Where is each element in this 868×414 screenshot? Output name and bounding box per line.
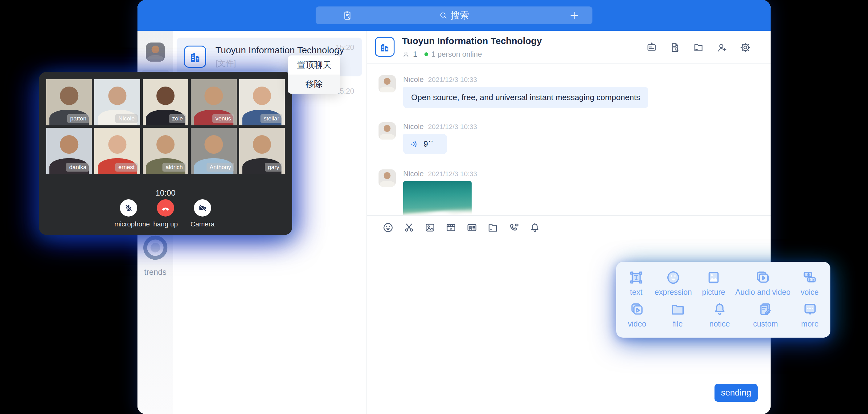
contact-card-icon[interactable] (466, 222, 478, 233)
panel-item-audio-video[interactable]: Audio and video (735, 269, 790, 297)
more-bubble-icon (802, 301, 818, 318)
expression-icon (665, 269, 682, 286)
hang-up-icon (161, 203, 170, 213)
panel-item-expression[interactable]: expression (655, 269, 692, 297)
video-play-icon (629, 301, 646, 318)
announcement-icon[interactable] (646, 42, 657, 53)
chat-group-avatar (375, 37, 395, 57)
chat-title: Tuoyun Information Technology (402, 36, 542, 46)
message-list: Nicole 2021/12/3 10:33 Open source, free… (367, 64, 771, 215)
participant-tile: gary (239, 128, 285, 174)
conversation-time: 15:20 (336, 43, 354, 52)
conversation-title: Tuoyun Information Technology (215, 45, 344, 56)
voice-message-bubble[interactable]: 9`` (403, 134, 447, 154)
search-icon (439, 11, 447, 20)
notification-icon[interactable] (529, 222, 541, 233)
panel-label: picture (702, 288, 725, 297)
trends-icon (137, 230, 173, 265)
search-bar[interactable]: 搜索 (316, 6, 592, 24)
notice-bell-icon (711, 301, 728, 318)
participant-name: stellar (260, 114, 282, 123)
panel-label: file (673, 319, 683, 328)
panel-item-notice[interactable]: notice (709, 301, 730, 328)
panel-item-more[interactable]: more (801, 301, 819, 328)
video-call-icon[interactable] (508, 222, 520, 233)
voice-icon (801, 269, 818, 286)
message-row: Nicole 2021/12/3 10:33 9`` (378, 122, 771, 154)
send-button[interactable]: sending (714, 384, 758, 402)
audio-video-icon (754, 269, 771, 286)
sender-name: Nicole (403, 75, 424, 84)
sender-avatar[interactable] (378, 122, 396, 139)
participant-tile: stellar (239, 79, 285, 125)
hang-up-button[interactable] (157, 199, 174, 217)
image-message-beach[interactable] (403, 181, 472, 215)
panel-item-text[interactable]: text (628, 269, 645, 297)
panel-label: Audio and video (735, 288, 790, 297)
building-icon (188, 50, 202, 64)
panel-item-file[interactable]: file (670, 301, 686, 328)
panel-item-video[interactable]: video (628, 301, 646, 328)
custom-doc-icon (757, 301, 774, 318)
video-icon[interactable] (445, 222, 457, 233)
participant-name: venus (212, 114, 234, 123)
text-message-bubble: Open source, free, and universal instant… (403, 87, 648, 108)
sender-avatar[interactable] (378, 169, 396, 187)
message-row: Nicole 2021/12/3 10:33 Open source, free… (378, 75, 771, 108)
participant-tile: ernest (94, 128, 140, 174)
online-status: 1 person online (431, 50, 482, 59)
call-timer: 10:00 (39, 188, 292, 198)
participant-tile: venus (191, 79, 237, 125)
voice-wave-icon (410, 139, 419, 149)
sender-avatar[interactable] (378, 75, 396, 92)
participant-name: Nicole (115, 114, 138, 123)
members-icon (402, 50, 410, 58)
add-icon[interactable] (569, 10, 580, 21)
message-timestamp: 2021/12/3 10:33 (428, 170, 477, 178)
participant-name: danika (66, 163, 89, 171)
participant-tile: danika (46, 128, 92, 174)
group-avatar (184, 45, 206, 68)
emoji-icon[interactable] (382, 222, 394, 233)
add-member-icon[interactable] (716, 42, 727, 53)
building-icon (378, 41, 391, 53)
participant-grid: patton Nicole zole venus stellar danika … (46, 79, 285, 174)
panel-label: video (628, 319, 646, 328)
participant-name: Anthony (207, 163, 234, 171)
search-placeholder: 搜索 (451, 9, 469, 22)
conversation-preview: [文件] (215, 58, 236, 69)
microphone-muted-icon (124, 203, 133, 213)
screenshot-icon[interactable] (403, 222, 415, 233)
menu-item-remove[interactable]: 移除 (288, 74, 340, 94)
user-avatar[interactable] (146, 42, 165, 62)
panel-item-voice[interactable]: voice (801, 269, 819, 297)
image-icon[interactable] (424, 222, 436, 233)
search-input[interactable]: 搜索 (316, 6, 592, 24)
file-icon[interactable] (487, 222, 499, 233)
file-folder-icon (670, 301, 686, 318)
group-files-icon[interactable] (693, 42, 704, 53)
sender-name: Nicole (403, 169, 424, 178)
panel-label: custom (753, 319, 778, 328)
voice-duration: 9`` (424, 139, 433, 149)
settings-icon[interactable] (740, 42, 751, 53)
chat-history-search-icon[interactable] (670, 42, 681, 53)
participant-tile: patton (46, 79, 92, 125)
video-call-window: patton Nicole zole venus stellar danika … (39, 72, 292, 235)
input-toolbar (367, 215, 771, 240)
microphone-button[interactable] (120, 199, 137, 217)
camera-button[interactable] (194, 199, 211, 217)
panel-item-custom[interactable]: custom (753, 301, 778, 328)
panel-item-picture[interactable]: picture (702, 269, 725, 297)
text-icon (628, 269, 645, 286)
sidebar-item-trends[interactable]: trends (137, 230, 173, 277)
participant-name: gary (265, 163, 282, 171)
menu-item-pin-chat[interactable]: 置顶聊天 (288, 56, 340, 74)
top-bar: 搜索 (137, 0, 771, 31)
hang-up-label: hang up (151, 220, 180, 228)
chat-panel: Tuoyun Information Technology 1 1 person… (367, 31, 771, 414)
participant-tile: zole (143, 79, 188, 125)
participant-name: ernest (115, 163, 138, 171)
participant-name: zole (169, 114, 186, 123)
panel-label: notice (709, 319, 730, 328)
